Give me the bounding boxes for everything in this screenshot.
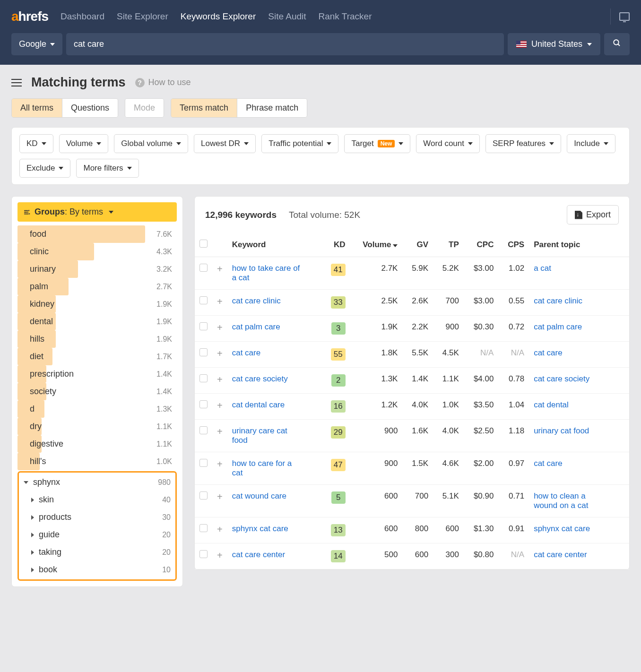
col-tp[interactable]: TP	[433, 233, 464, 257]
nav-item-rank-tracker[interactable]: Rank Tracker	[319, 11, 372, 22]
keyword-link[interactable]: cat care clinic	[232, 296, 281, 306]
expand-row-icon[interactable]: +	[217, 264, 223, 274]
select-all-checkbox[interactable]	[199, 240, 208, 248]
parent-topic-link[interactable]: how to clean a wound on a cat	[534, 491, 609, 510]
search-engine-select[interactable]: Google	[11, 33, 62, 55]
group-subrow[interactable]: guide20	[19, 526, 175, 543]
filter-kd[interactable]: KD	[19, 134, 53, 153]
keyword-link[interactable]: cat wound care	[232, 491, 286, 501]
group-row-expanded[interactable]: sphynx 980	[19, 474, 175, 491]
nav-item-site-audit[interactable]: Site Audit	[268, 11, 306, 22]
keyword-link[interactable]: sphynx cat care	[232, 524, 288, 534]
tab-terms-match[interactable]: Terms match	[171, 99, 237, 117]
expand-row-icon[interactable]: +	[217, 459, 223, 469]
filter-include[interactable]: Include	[567, 134, 615, 153]
nav-item-site-explorer[interactable]: Site Explorer	[117, 11, 168, 22]
col-cps[interactable]: CPS	[498, 233, 529, 257]
row-checkbox[interactable]	[199, 374, 208, 382]
parent-topic-link[interactable]: cat care	[534, 348, 562, 358]
parent-topic-link[interactable]: cat care clinic	[534, 296, 582, 306]
group-subrow[interactable]: products30	[19, 508, 175, 526]
row-checkbox[interactable]	[199, 348, 208, 356]
expand-row-icon[interactable]: +	[217, 400, 223, 411]
group-row[interactable]: diet1.7K	[17, 348, 177, 365]
tab-phrase-match[interactable]: Phrase match	[237, 99, 307, 117]
tab-all-terms[interactable]: All terms	[12, 99, 62, 117]
parent-topic-link[interactable]: urinary cat food	[534, 426, 589, 436]
row-checkbox[interactable]	[199, 550, 208, 558]
row-checkbox[interactable]	[199, 524, 208, 532]
group-row[interactable]: hills1.9K	[17, 330, 177, 348]
row-checkbox[interactable]	[199, 322, 208, 330]
keyword-link[interactable]: cat dental care	[232, 400, 285, 410]
parent-topic-link[interactable]: cat dental	[534, 400, 569, 410]
group-row[interactable]: kidney1.9K	[17, 295, 177, 313]
group-row[interactable]: prescription1.4K	[17, 365, 177, 383]
country-select[interactable]: United States	[508, 33, 600, 55]
filter-word-count[interactable]: Word count	[416, 134, 480, 153]
logo[interactable]: ahrefs	[11, 9, 48, 24]
group-subrow[interactable]: book10	[19, 561, 175, 578]
expand-row-icon[interactable]: +	[217, 491, 223, 502]
filter-traffic-potential[interactable]: Traffic potential	[261, 134, 338, 153]
keyword-link[interactable]: urinary care cat food	[232, 426, 303, 445]
keyword-link[interactable]: cat care society	[232, 374, 288, 384]
parent-topic-link[interactable]: cat care center	[534, 550, 587, 560]
filter-serp-features[interactable]: SERP features	[485, 134, 561, 153]
row-checkbox[interactable]	[199, 400, 208, 408]
parent-topic-link[interactable]: sphynx cat care	[534, 524, 590, 534]
expand-row-icon[interactable]: +	[217, 524, 223, 534]
row-checkbox[interactable]	[199, 264, 208, 272]
expand-row-icon[interactable]: +	[217, 348, 223, 359]
keyword-link[interactable]: cat care	[232, 348, 260, 358]
group-row[interactable]: clinic4.3K	[17, 243, 177, 260]
expand-row-icon[interactable]: +	[217, 374, 223, 385]
nav-item-dashboard[interactable]: Dashboard	[61, 11, 104, 22]
col-keyword[interactable]: Keyword	[227, 233, 322, 257]
group-row[interactable]: d1.3K	[17, 400, 177, 418]
filter-exclude[interactable]: Exclude	[19, 159, 70, 178]
parent-topic-link[interactable]: cat care	[534, 459, 562, 468]
parent-topic-link[interactable]: cat palm care	[534, 322, 582, 332]
keyword-input[interactable]	[66, 33, 504, 55]
keyword-link[interactable]: how to take care of a cat	[232, 264, 303, 283]
keyword-link[interactable]: cat care center	[232, 550, 285, 560]
export-button[interactable]: Export	[567, 205, 619, 224]
keyword-link[interactable]: cat palm care	[232, 322, 280, 332]
keyword-link[interactable]: how to care for a cat	[232, 459, 303, 478]
filter-target[interactable]: TargetNew	[344, 134, 410, 153]
col-volume[interactable]: Volume	[350, 233, 403, 257]
group-subrow[interactable]: taking20	[19, 543, 175, 561]
group-row[interactable]: hill's1.0K	[17, 453, 177, 470]
parent-topic-link[interactable]: cat care society	[534, 374, 589, 384]
row-checkbox[interactable]	[199, 426, 208, 434]
how-to-use-link[interactable]: ? How to use	[135, 78, 191, 87]
group-row[interactable]: society1.4K	[17, 383, 177, 400]
group-row[interactable]: food7.6K	[17, 225, 177, 243]
group-row[interactable]: palm2.7K	[17, 278, 177, 295]
group-row[interactable]: dental1.9K	[17, 313, 177, 330]
filter-volume[interactable]: Volume	[59, 134, 109, 153]
filter-global-volume[interactable]: Global volume	[114, 134, 188, 153]
col-kd[interactable]: KD	[322, 233, 350, 257]
tab-questions[interactable]: Questions	[62, 99, 118, 117]
nav-item-keywords-explorer[interactable]: Keywords Explorer	[181, 11, 256, 22]
expand-row-icon[interactable]: +	[217, 322, 223, 333]
col-parent-topic[interactable]: Parent topic	[529, 233, 629, 257]
monitor-icon[interactable]	[619, 12, 630, 21]
groups-header[interactable]: Groups: By terms	[17, 202, 177, 222]
col-cpc[interactable]: CPC	[464, 233, 499, 257]
group-subrow[interactable]: skin40	[19, 491, 175, 508]
group-row[interactable]: dry1.1K	[17, 418, 177, 435]
group-row[interactable]: urinary3.2K	[17, 260, 177, 278]
expand-row-icon[interactable]: +	[217, 426, 223, 437]
row-checkbox[interactable]	[199, 459, 208, 467]
expand-row-icon[interactable]: +	[217, 550, 223, 560]
menu-toggle-icon[interactable]	[11, 79, 22, 86]
row-checkbox[interactable]	[199, 296, 208, 304]
row-checkbox[interactable]	[199, 491, 208, 500]
filter-more-filters[interactable]: More filters	[76, 159, 139, 178]
filter-lowest-dr[interactable]: Lowest DR	[194, 134, 256, 153]
group-row[interactable]: digestive1.1K	[17, 435, 177, 453]
parent-topic-link[interactable]: a cat	[534, 264, 551, 273]
